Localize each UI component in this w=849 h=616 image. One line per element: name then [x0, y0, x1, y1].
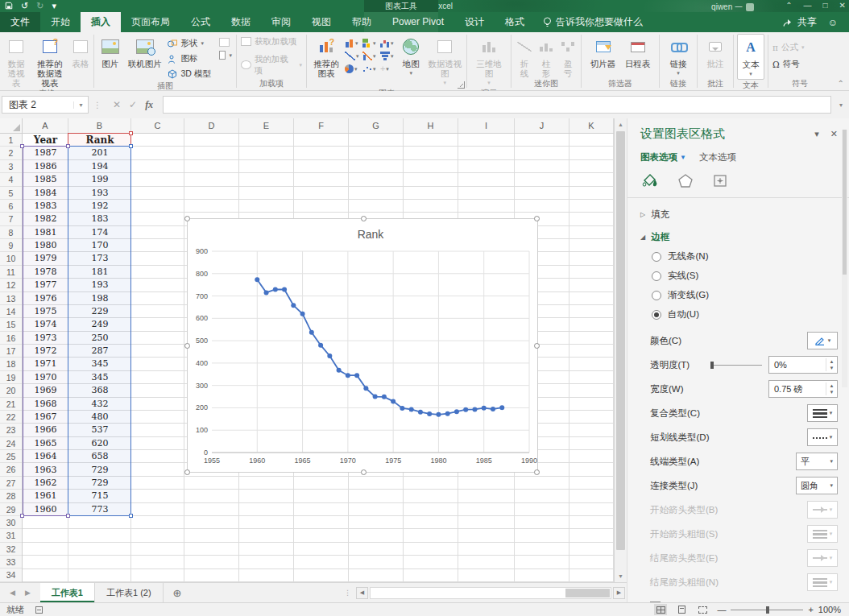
new-sheet-button[interactable]: ⊕	[164, 583, 192, 602]
vertical-scroll-thumb[interactable]	[616, 131, 625, 550]
chart-resize-handle[interactable]	[184, 343, 190, 349]
zoom-slider[interactable]	[731, 610, 803, 610]
row-header-4[interactable]: 4	[0, 173, 22, 186]
pane-options-dropdown-icon[interactable]: ▾	[814, 129, 819, 139]
page-layout-view-icon[interactable]	[675, 604, 688, 615]
zoom-in-icon[interactable]: +	[808, 605, 813, 614]
horizontal-scroll-thumb[interactable]	[565, 589, 610, 597]
scroll-down-icon[interactable]: ▼	[615, 570, 627, 582]
name-box[interactable]: 图表 2 ▾	[2, 96, 89, 114]
pane-tab-text-options[interactable]: 文本选项	[699, 151, 736, 163]
column-header-K[interactable]: K	[569, 118, 614, 133]
transparency-spinner[interactable]: 0%▲▼	[768, 356, 838, 374]
range-handle[interactable]	[66, 514, 70, 518]
formula-bar-expand-icon[interactable]: ▾	[835, 101, 847, 109]
row-header-24[interactable]: 24	[0, 437, 22, 450]
radio-solid-line[interactable]: 实线(S)	[652, 270, 838, 282]
macro-record-icon[interactable]	[35, 606, 43, 614]
line-width-spinner[interactable]: 0.75 磅▲▼	[768, 380, 838, 398]
insert-waterfall-chart-icon[interactable]: ▾	[380, 37, 397, 49]
row-header-25[interactable]: 25	[0, 450, 22, 463]
row-header-17[interactable]: 17	[0, 345, 22, 358]
row-header-22[interactable]: 22	[0, 411, 22, 424]
pane-tab-chart-options[interactable]: 图表选项▼	[640, 151, 686, 163]
scroll-up-icon[interactable]: ▲	[615, 118, 627, 130]
row-header-23[interactable]: 23	[0, 424, 22, 436]
recommended-charts-button[interactable]: ?推荐的图表	[309, 34, 344, 78]
sheet-nav-left-icon[interactable]: ◀	[10, 589, 15, 597]
sheet-nav-right-icon[interactable]: ▶	[25, 589, 31, 597]
ribbon-tab-视图[interactable]: 视图	[301, 12, 342, 32]
chart-resize-handle[interactable]	[361, 469, 367, 475]
range-handle[interactable]	[20, 514, 24, 518]
rounded-corners-checkbox[interactable]: 圆角(R)	[650, 597, 838, 602]
minimize-icon[interactable]: —	[804, 1, 812, 10]
ribbon-tab-审阅[interactable]: 审阅	[261, 12, 301, 32]
column-header-A[interactable]: A	[23, 118, 68, 133]
screenshot-icon[interactable]: ▾	[217, 50, 234, 60]
row-header-6[interactable]: 6	[0, 200, 22, 213]
insert-combo-chart-icon[interactable]: ▾	[362, 50, 379, 62]
link-button[interactable]: 链接▾	[663, 34, 694, 78]
sheet-tab-工作表1 (2)[interactable]: 工作表1 (2)	[95, 583, 164, 602]
column-header-G[interactable]: G	[349, 118, 404, 133]
insert-column-chart-icon[interactable]: ▾	[345, 37, 362, 49]
border-section-header[interactable]: ◢边框	[640, 231, 838, 243]
charts-dialog-launcher-icon[interactable]	[458, 81, 465, 89]
row-header-21[interactable]: 21	[0, 398, 22, 411]
feedback-smiley-icon[interactable]: ☺	[828, 17, 838, 28]
ribbon-tab-设计[interactable]: 设计	[454, 12, 495, 32]
pane-scrollbar[interactable]	[842, 130, 847, 387]
join-type-dropdown[interactable]: 圆角▾	[796, 477, 838, 494]
transparency-slider[interactable]	[710, 365, 762, 366]
scroll-left-icon[interactable]: ◀	[356, 587, 368, 599]
column-header-H[interactable]: H	[404, 118, 458, 133]
row-header-8[interactable]: 8	[0, 226, 22, 239]
row-header-30[interactable]: 30	[0, 516, 22, 529]
column-header-C[interactable]: C	[131, 118, 184, 133]
insert-pie-chart-icon[interactable]: ▾	[345, 63, 362, 75]
radio-gradient-line[interactable]: 渐变线(G)	[652, 289, 838, 301]
row-header-12[interactable]: 12	[0, 279, 22, 291]
chart-resize-handle[interactable]	[184, 469, 190, 475]
zoom-level[interactable]: 100%	[818, 605, 841, 614]
radio-automatic[interactable]: 自动(U)	[652, 308, 838, 320]
chart[interactable]: 0100200300400500600700800900195519601965…	[187, 218, 538, 473]
row-header-15[interactable]: 15	[0, 318, 22, 331]
row-header-34[interactable]: 34	[0, 568, 22, 581]
range-handle[interactable]	[129, 514, 133, 518]
row-header-18[interactable]: 18	[0, 358, 22, 370]
maximize-icon[interactable]: □	[823, 1, 828, 10]
ribbon-tab-文件[interactable]: 文件	[0, 12, 40, 32]
row-header-19[interactable]: 19	[0, 371, 22, 384]
row-header-11[interactable]: 11	[0, 266, 22, 279]
collapse-ribbon-icon[interactable]: ⌃	[838, 79, 844, 88]
scroll-right-icon[interactable]: ▶	[613, 587, 625, 599]
ribbon-tab-数据[interactable]: 数据	[221, 12, 261, 32]
row-header-26[interactable]: 26	[0, 463, 22, 476]
page-break-view-icon[interactable]	[696, 604, 709, 615]
chart-resize-handle[interactable]	[361, 216, 367, 221]
zoom-out-icon[interactable]: —	[717, 605, 726, 614]
online-pictures-button[interactable]: 联机图片	[125, 34, 164, 68]
column-header-J[interactable]: J	[515, 118, 569, 133]
row-header-32[interactable]: 32	[0, 543, 22, 556]
row-header-2[interactable]: 2	[0, 147, 22, 159]
column-header-B[interactable]: B	[68, 118, 131, 133]
zoom-slider-thumb[interactable]	[766, 606, 769, 614]
3d-models-button[interactable]: 3D 模型	[165, 68, 216, 81]
radio-no-line[interactable]: 无线条(N)	[652, 250, 838, 263]
recommended-pivottables-button[interactable]: ?推荐的数据透视表	[31, 34, 68, 88]
insert-scatter-chart-icon[interactable]: ▾	[362, 63, 379, 75]
ribbon-tab-Power Pivot[interactable]: Power Pivot	[382, 12, 454, 32]
range-handle[interactable]	[66, 144, 70, 148]
row-header-3[interactable]: 3	[0, 160, 22, 173]
range-handle[interactable]	[129, 131, 133, 135]
formula-input[interactable]	[163, 96, 831, 114]
range-handle[interactable]	[129, 144, 133, 148]
text-button[interactable]: A文本▾	[737, 34, 764, 80]
ribbon-tab-插入[interactable]: 插入	[81, 12, 121, 32]
row-header-31[interactable]: 31	[0, 529, 22, 542]
effects-icon[interactable]	[677, 173, 694, 189]
pane-close-icon[interactable]: ✕	[830, 129, 838, 139]
